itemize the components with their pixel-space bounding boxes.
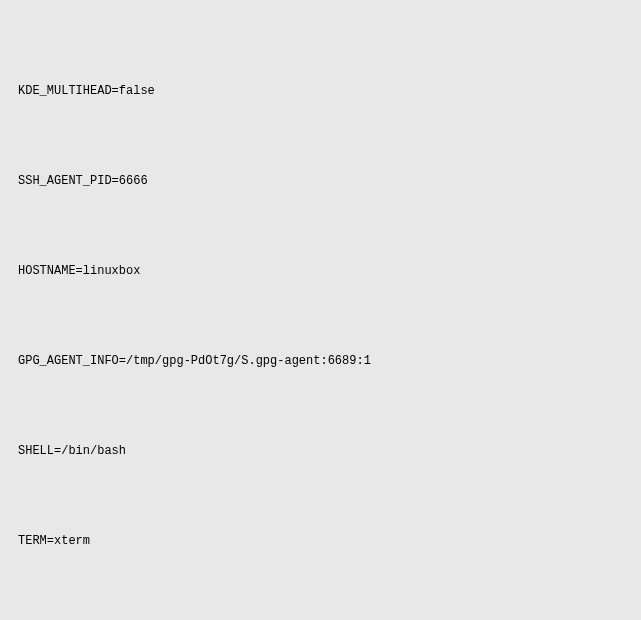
env-line: TERM=xterm bbox=[18, 526, 623, 556]
env-line: SHELL=/bin/bash bbox=[18, 436, 623, 466]
terminal-output: KDE_MULTIHEAD=false SSH_AGENT_PID=6666 H… bbox=[18, 16, 623, 620]
env-line: HOSTNAME=linuxbox bbox=[18, 256, 623, 286]
env-line: GPG_AGENT_INFO=/tmp/gpg-PdOt7g/S.gpg-age… bbox=[18, 346, 623, 376]
env-line: SSH_AGENT_PID=6666 bbox=[18, 166, 623, 196]
env-line: KDE_MULTIHEAD=false bbox=[18, 76, 623, 106]
env-line: XDG_MENU_PREFIX=kde- bbox=[18, 616, 623, 620]
